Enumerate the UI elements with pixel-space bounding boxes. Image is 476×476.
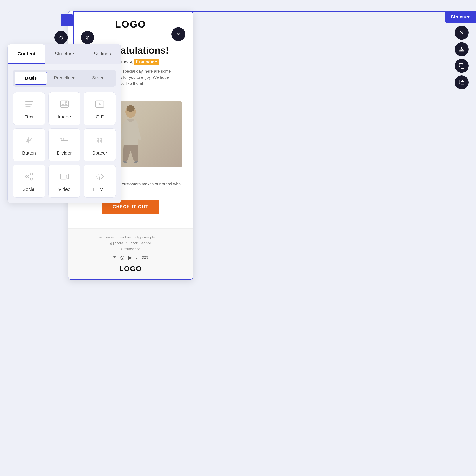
- video-icon: [59, 171, 69, 183]
- svg-line-29: [99, 174, 100, 180]
- gif-icon: [95, 99, 105, 111]
- svg-point-24: [31, 173, 33, 175]
- panel-content: Basis Predefined Saved Text: [8, 64, 121, 203]
- gif-label: GIF: [96, 114, 103, 120]
- svg-point-21: [98, 141, 99, 143]
- social-icons-row: 𝕏 ◎ ▶ ♩ ⌨: [79, 255, 182, 260]
- discord-icon: ⌨: [141, 255, 148, 260]
- svg-point-19: [98, 140, 99, 141]
- svg-rect-1: [461, 65, 464, 68]
- email-footer-contact: ns please contact us mail@example.com: [79, 235, 182, 239]
- svg-point-9: [65, 101, 67, 103]
- svg-point-25: [31, 178, 33, 180]
- social-label: Social: [23, 187, 36, 192]
- right-action-panel: ✕: [455, 26, 469, 89]
- social-icon-item: [24, 171, 34, 183]
- sub-tab-saved[interactable]: Saved: [83, 71, 114, 85]
- twitter-icon: 𝕏: [113, 255, 117, 260]
- close-action-button[interactable]: ✕: [455, 26, 469, 40]
- tiktok-icon: ♩: [136, 255, 138, 260]
- video-label: Video: [58, 187, 70, 192]
- move-handle-1[interactable]: ⊕: [54, 31, 68, 44]
- add-element-button[interactable]: +: [61, 14, 73, 26]
- content-item-html[interactable]: HTML: [84, 165, 116, 198]
- spacer-label: Spacer: [92, 150, 107, 156]
- content-item-divider[interactable]: Divider: [48, 128, 80, 161]
- sub-tab-predefined[interactable]: Predefined: [49, 71, 80, 85]
- divider-label: Divider: [57, 150, 72, 156]
- svg-rect-28: [60, 174, 66, 179]
- svg-point-20: [101, 140, 102, 141]
- duplicate-action-button[interactable]: [455, 75, 469, 89]
- youtube-icon: ▶: [128, 255, 132, 260]
- svg-rect-7: [25, 104, 32, 105]
- button-label: Button: [22, 150, 36, 156]
- email-close-button[interactable]: ✕: [171, 27, 185, 41]
- download-action-button[interactable]: [455, 42, 469, 56]
- text-label: Text: [25, 114, 34, 120]
- content-panel: Content Structure Settings Basis Predefi…: [7, 44, 121, 203]
- email-firstname-tag: first name: [134, 59, 159, 65]
- instagram-icon: ◎: [120, 255, 124, 260]
- selection-border-bottom: [73, 63, 451, 63]
- selection-border-top: [73, 11, 451, 12]
- panel-tabs: Content Structure Settings: [8, 44, 121, 64]
- copy-action-button[interactable]: [455, 59, 469, 73]
- content-item-text[interactable]: Text: [13, 92, 45, 125]
- email-footer-logo: LOGO: [79, 265, 182, 273]
- svg-point-4: [127, 105, 135, 112]
- text-icon: [24, 99, 34, 111]
- svg-rect-8: [25, 106, 31, 107]
- svg-point-23: [25, 175, 28, 178]
- structure-label: Structure: [445, 11, 476, 23]
- email-footer-links: g | Store | Support Service: [79, 241, 182, 245]
- email-footer: ns please contact us mail@example.com g …: [68, 228, 193, 279]
- spacer-icon: [95, 135, 105, 147]
- html-icon: [95, 171, 105, 183]
- email-logo: LOGO: [72, 19, 189, 30]
- html-label: HTML: [93, 187, 106, 192]
- move-handle-2[interactable]: ⊕: [81, 31, 94, 44]
- content-item-social[interactable]: Social: [13, 165, 45, 198]
- svg-rect-5: [25, 101, 33, 102]
- button-icon: [24, 135, 34, 147]
- svg-rect-6: [25, 103, 31, 103]
- svg-point-15: [63, 138, 64, 140]
- content-item-spacer[interactable]: Spacer: [84, 128, 116, 161]
- image-label: Image: [58, 114, 71, 120]
- content-item-button[interactable]: Button: [13, 128, 45, 161]
- image-icon: [59, 99, 69, 111]
- svg-marker-12: [99, 103, 102, 106]
- svg-rect-0: [459, 51, 464, 51]
- email-footer-unsub: Unsubscribe: [79, 247, 182, 251]
- content-item-video[interactable]: Video: [48, 165, 80, 198]
- sub-tab-basis[interactable]: Basis: [15, 71, 47, 85]
- svg-point-17: [98, 138, 99, 140]
- svg-point-22: [101, 141, 102, 143]
- content-item-gif[interactable]: GIF: [84, 92, 116, 125]
- svg-line-27: [28, 177, 31, 179]
- svg-point-18: [101, 138, 102, 140]
- svg-rect-2: [461, 82, 464, 85]
- tab-structure[interactable]: Structure: [45, 44, 83, 64]
- sub-tabs: Basis Predefined Saved: [13, 70, 116, 87]
- tab-settings[interactable]: Settings: [83, 44, 121, 64]
- divider-icon: [59, 135, 69, 147]
- content-item-image[interactable]: Image: [48, 92, 80, 125]
- svg-line-26: [28, 174, 31, 176]
- tab-content[interactable]: Content: [8, 44, 45, 64]
- svg-point-14: [60, 138, 62, 140]
- content-items-grid: Text Image: [13, 92, 116, 198]
